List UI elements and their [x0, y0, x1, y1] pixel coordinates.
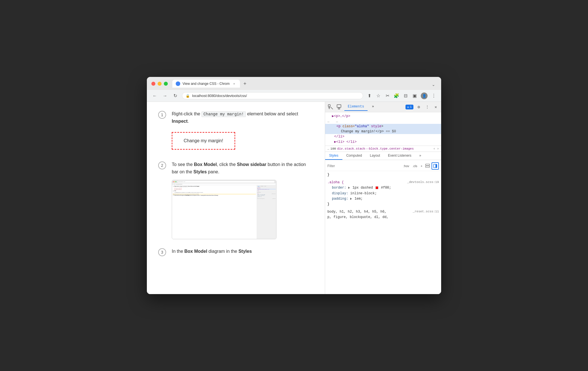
- padding-triangle[interactable]: [350, 198, 352, 200]
- aloha-source[interactable]: _devtools.scss:19: [407, 180, 439, 185]
- devtools-header-icons: ✉ 1 ⚙ ⋮ ✕: [405, 104, 439, 110]
- toolbar-icons: ⬆ ☆ ✂ 🧩 ⊟ ▣ 👤 ⋮: [366, 92, 437, 99]
- color-swatch[interactable]: [375, 186, 378, 189]
- maximize-traffic-light[interactable]: [164, 82, 168, 86]
- address-bar: ← → ↻ 🔒 localhost:8080/docs/devtools/css…: [147, 90, 441, 102]
- step-3-number: 3: [158, 248, 166, 256]
- inspector-icon[interactable]: [327, 104, 334, 110]
- step-1-content: Right-click the Change my margin! elemen…: [172, 110, 314, 152]
- aloha-selector-line: _devtools.scss:19 .aloha {: [327, 180, 439, 185]
- styles-pane: :hov .cls +: [325, 160, 441, 294]
- minimize-traffic-light[interactable]: [158, 82, 162, 86]
- sub-tabs: Styles Computed Layout Event Listeners »: [325, 152, 441, 160]
- add-rule-button[interactable]: +: [420, 164, 424, 168]
- tab-close-button[interactable]: ×: [232, 81, 237, 86]
- svg-rect-5: [426, 164, 430, 165]
- dom-row-li-empty[interactable]: ▶<li> </li>: [325, 139, 441, 144]
- cls-button[interactable]: .cls: [411, 164, 419, 168]
- svg-rect-6: [426, 166, 430, 167]
- device-toggle-icon[interactable]: [336, 104, 342, 110]
- devtools-panel: Elements » ✉ 1 ⚙ ⋮ ✕ ▶<p>…</p>: [325, 102, 441, 294]
- demo-box[interactable]: Change my margin!: [172, 132, 235, 150]
- reset-selector2-text: p, figure, blockquote, dl, dd,: [327, 215, 389, 219]
- dom-row-p[interactable]: ▶<p>…</p>: [325, 113, 441, 119]
- aloha-selector: .aloha {: [327, 180, 344, 184]
- display-prop-name[interactable]: display:: [332, 191, 348, 195]
- tabs-row: View and change CSS - Chrom × + ⌄: [172, 80, 437, 88]
- back-button[interactable]: ←: [151, 92, 158, 99]
- breadcrumb-selector[interactable]: div.stack.stack--block.type.center-image…: [337, 147, 414, 150]
- border-prop-name[interactable]: border:: [332, 186, 346, 190]
- title-bar: View and change CSS - Chrom × + ⌄: [147, 77, 441, 90]
- computed-tab[interactable]: Computed: [342, 152, 366, 160]
- step-3-content: In the Box Model diagram in the Styles: [172, 248, 314, 260]
- dom-row-change-margin[interactable]: Change my margin!</p> == $0: [325, 129, 441, 134]
- svg-rect-4: [338, 108, 340, 109]
- more-menu-icon[interactable]: ⋮: [431, 93, 437, 99]
- elements-tab[interactable]: Elements: [344, 103, 368, 111]
- address-input[interactable]: 🔒 localhost:8080/docs/devtools/css/: [182, 92, 363, 99]
- settings-icon[interactable]: ⚙: [416, 104, 422, 110]
- reset-selector: body, h1, h2, h3, h4, h5, h6,: [327, 210, 387, 214]
- breadcrumb-more-right[interactable]: ‹ ›: [433, 147, 439, 150]
- window-more-button[interactable]: ⌄: [430, 81, 437, 88]
- new-tab-button[interactable]: +: [241, 80, 249, 88]
- step-2-number: 2: [158, 161, 166, 169]
- dom-row-li-close[interactable]: </li>: [325, 134, 441, 139]
- dom-row-p-aloha[interactable]: <p class="aloha" style>: [325, 124, 441, 129]
- active-tab[interactable]: View and change CSS - Chrom ×: [172, 80, 240, 88]
- step-2-content: To see the Box Model, click the Show sid…: [172, 161, 314, 239]
- share-icon[interactable]: ⬆: [366, 93, 372, 99]
- forward-button[interactable]: →: [162, 92, 168, 99]
- svg-rect-8: [435, 164, 437, 168]
- show-sidebar-button[interactable]: [432, 162, 439, 170]
- css-closing-brace: }: [325, 171, 441, 179]
- close-traffic-light[interactable]: [151, 82, 155, 86]
- profile-avatar[interactable]: 👤: [421, 92, 428, 99]
- tab-favicon: [176, 81, 180, 86]
- reset-source[interactable]: _reset.scss:11: [413, 209, 439, 214]
- hov-button[interactable]: :hov: [402, 164, 410, 168]
- badge-count: 1: [410, 105, 412, 109]
- padding-value[interactable]: 1em;: [355, 197, 363, 201]
- more-tabs-icon[interactable]: »: [369, 103, 377, 111]
- screenshot-thumbnail: View and change CSS - Chro... ←→↻ localh…: [172, 180, 276, 239]
- breadcrumb-number: 100: [331, 147, 336, 150]
- border-color[interactable]: #f00;: [381, 186, 391, 190]
- event-listeners-tab[interactable]: Event Listeners: [384, 152, 415, 160]
- padding-prop-name[interactable]: padding:: [332, 197, 348, 201]
- layout-tab[interactable]: Layout: [366, 152, 384, 160]
- console-badge[interactable]: ✉ 1: [405, 105, 413, 109]
- svg-rect-0: [328, 105, 330, 107]
- reload-button[interactable]: ↻: [172, 92, 179, 99]
- step-2: 2 To see the Box Model, click the Show s…: [158, 161, 314, 239]
- tab-search-icon[interactable]: ⊟: [403, 93, 408, 99]
- aloha-border-prop: border: 1px dashed #f00;: [327, 185, 439, 191]
- filter-buttons: :hov .cls +: [402, 162, 439, 170]
- filter-input[interactable]: [327, 164, 400, 168]
- extensions-icon[interactable]: 🧩: [394, 93, 399, 99]
- split-icon[interactable]: ▣: [412, 93, 417, 99]
- breadcrumb-more-left[interactable]: …: [327, 147, 329, 150]
- border-triangle[interactable]: [348, 187, 350, 189]
- title-bar-top: View and change CSS - Chrom × + ⌄: [151, 80, 437, 88]
- border-value[interactable]: 1px dashed: [353, 186, 375, 190]
- aloha-padding-prop: padding: 1em;: [327, 196, 439, 202]
- display-value[interactable]: inline-block;: [350, 191, 377, 195]
- main-content: 1 Right-click the Change my margin! elem…: [147, 102, 441, 294]
- code-snippet: Change my margin!: [201, 111, 246, 117]
- more-sub-tabs[interactable]: »: [415, 152, 425, 160]
- step-3-text: In the Box Model diagram in the Styles: [172, 248, 314, 255]
- svg-rect-3: [337, 105, 341, 107]
- devtools-close-icon[interactable]: ✕: [433, 104, 439, 110]
- address-text: localhost:8080/docs/devtools/css/: [192, 94, 247, 98]
- layers-icon[interactable]: [425, 163, 430, 169]
- scissors-icon[interactable]: ✂: [385, 93, 390, 99]
- styles-tab[interactable]: Styles: [325, 152, 342, 160]
- tab-title: View and change CSS - Chrom: [183, 82, 230, 86]
- devtools-more-icon[interactable]: ⋮: [424, 104, 430, 110]
- bookmark-icon[interactable]: ☆: [375, 93, 381, 99]
- dom-row-ellipsis[interactable]: … …: [325, 119, 441, 124]
- step-1-text: Right-click the Change my margin! elemen…: [172, 110, 314, 125]
- reset-selector-line: _reset.scss:11 body, h1, h2, h3, h4, h5,…: [327, 209, 439, 215]
